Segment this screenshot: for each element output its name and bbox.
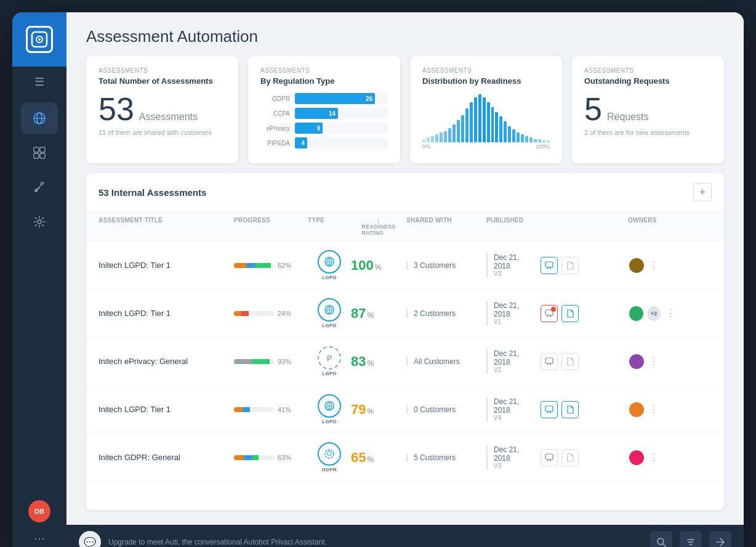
row-more-button[interactable]: ⋮ xyxy=(646,450,661,465)
published-info: Dec 21, 2018 V4 xyxy=(494,397,536,421)
logo[interactable] xyxy=(12,12,66,67)
dist-bar xyxy=(431,136,434,142)
dist-bar xyxy=(461,115,464,142)
svg-rect-6 xyxy=(34,147,39,152)
page-header: Assessment Automation xyxy=(66,12,744,56)
file-icon-btn[interactable] xyxy=(561,305,579,322)
shared-text: 0 Customers xyxy=(414,405,456,414)
chat-icon-btn[interactable] xyxy=(541,257,558,274)
action-icons xyxy=(541,449,579,466)
owners-cell: +2⋮ xyxy=(628,305,677,322)
card-reg-title: By Regulation Type xyxy=(260,76,388,86)
chat-icon-btn[interactable] xyxy=(541,305,558,322)
file-icon-btn[interactable] xyxy=(561,401,579,418)
type-circle-gdpr xyxy=(318,442,341,466)
row-assessment-title: Initech GDPR: General xyxy=(99,453,234,462)
card-outstanding: Assessments Outstanding Requests 5 Reque… xyxy=(572,56,724,163)
progress-pct: 93% xyxy=(278,358,291,365)
readiness-pct: % xyxy=(367,359,374,368)
col-header-type: Type xyxy=(308,217,351,236)
upgrade-text: Upgrade to meet Auti, the conversational… xyxy=(108,538,643,546)
user-avatar[interactable]: DB xyxy=(28,500,50,522)
summary-cards: Assessments Total Number of Assessments … xyxy=(66,56,744,173)
table-row: Initech LGPD: Tier 1 24% LGPD 87 % xyxy=(86,290,724,338)
col-header-owners: Owners xyxy=(628,217,677,236)
table-rows-container: Initech LGPD: Tier 1 62% LGPD 100 % xyxy=(86,241,724,510)
progress-bar xyxy=(234,311,274,316)
search-button[interactable] xyxy=(650,531,672,547)
row-more-button[interactable]: ⋮ xyxy=(663,306,677,321)
card-dist-title: Distribution by Readiness xyxy=(422,76,550,86)
bar-fill: 14 xyxy=(295,108,338,119)
col-header-icons xyxy=(579,217,628,236)
apps-icon[interactable]: ⋯ xyxy=(28,527,50,547)
sidebar-item-globe[interactable] xyxy=(21,102,58,134)
type-circle-lgpd xyxy=(318,394,341,418)
table-row: Initech LGPD: Tier 1 41% LGPD 79 % xyxy=(86,386,724,434)
progress-cell: 63% xyxy=(234,454,308,461)
dist-bar xyxy=(474,97,477,142)
readiness-sort-icon[interactable]: ↓ xyxy=(377,217,380,224)
menu-toggle[interactable]: ☰ xyxy=(12,67,66,97)
published-date: Dec 21, 2018 xyxy=(494,397,536,415)
type-circle-lgpd xyxy=(318,298,341,322)
table-row: Initech LGPD: Tier 1 62% LGPD 100 % xyxy=(86,241,724,290)
col-header-readiness: ↓ ReadinessRating xyxy=(351,217,406,236)
row-more-button[interactable]: ⋮ xyxy=(646,354,661,369)
readiness-cell: 79 % xyxy=(351,402,406,418)
add-assessment-button[interactable]: + xyxy=(693,183,712,201)
progress-pct: 24% xyxy=(278,310,291,317)
file-icon-btn[interactable] xyxy=(561,449,579,466)
readiness-label: ReadinessRating xyxy=(361,224,395,236)
dist-bar xyxy=(487,102,490,142)
dist-bar xyxy=(427,137,430,142)
bar-fill: 9 xyxy=(295,123,323,134)
chat-icon-btn[interactable] xyxy=(541,449,558,466)
owners-cell: ⋮ xyxy=(628,449,677,466)
dist-bar xyxy=(525,136,528,142)
shared-cell: 5 Customers xyxy=(406,453,486,462)
bar-value: 26 xyxy=(366,95,372,102)
owners-cell: ⋮ xyxy=(628,353,677,370)
dist-bar xyxy=(538,139,541,142)
sidebar-item-settings[interactable] xyxy=(21,206,58,238)
svg-line-28 xyxy=(663,544,666,546)
type-circle-eprivacy: P xyxy=(318,346,341,370)
readiness-cell: 65 % xyxy=(351,450,406,466)
row-more-button[interactable]: ⋮ xyxy=(646,402,661,417)
table-row: Initech ePrivacy: General 93% P LGPD 83 … xyxy=(86,338,724,386)
row-more-button[interactable]: ⋮ xyxy=(646,258,661,273)
progress-cell: 93% xyxy=(234,358,308,365)
dist-axis-end: 100% xyxy=(536,144,550,150)
column-headers: Assessment Title Progress Type ↓ Readine… xyxy=(86,212,724,241)
shared-text: 2 Customers xyxy=(414,309,456,318)
dist-bar xyxy=(448,128,451,142)
published-date: Dec 21, 2018 xyxy=(494,253,536,270)
dist-bar xyxy=(452,124,456,142)
published-version: V4 xyxy=(494,415,536,421)
bottom-actions xyxy=(650,531,731,547)
progress-cell: 24% xyxy=(234,310,308,317)
published-info: Dec 21, 2018 V2 xyxy=(494,349,536,373)
chat-icon-btn[interactable] xyxy=(541,401,558,418)
sidebar-item-dashboard[interactable] xyxy=(21,137,58,169)
bar-value: 9 xyxy=(316,125,320,132)
dist-axis-start: 0% xyxy=(422,144,430,150)
owner-avatar xyxy=(628,449,645,466)
readiness-number: 87 xyxy=(351,306,366,322)
shared-text: 5 Customers xyxy=(414,453,456,462)
filter-button[interactable] xyxy=(680,531,702,547)
dist-bar xyxy=(495,112,498,142)
dist-bar xyxy=(478,94,481,142)
sidebar-item-tools[interactable] xyxy=(21,171,58,203)
file-icon-btn[interactable] xyxy=(561,257,579,274)
svg-rect-7 xyxy=(40,147,45,152)
share-button[interactable] xyxy=(709,531,731,547)
file-icon-btn[interactable] xyxy=(561,353,579,370)
published-cell: Dec 21, 2018 V1 xyxy=(486,301,579,325)
dist-bar xyxy=(440,132,443,142)
card-total-title: Total Number of Assessments xyxy=(99,76,226,86)
card-distribution: Assessments Distribution by Readiness 0%… xyxy=(410,56,562,163)
type-circle-lgpd xyxy=(318,250,341,274)
chat-icon-btn[interactable] xyxy=(541,353,558,370)
